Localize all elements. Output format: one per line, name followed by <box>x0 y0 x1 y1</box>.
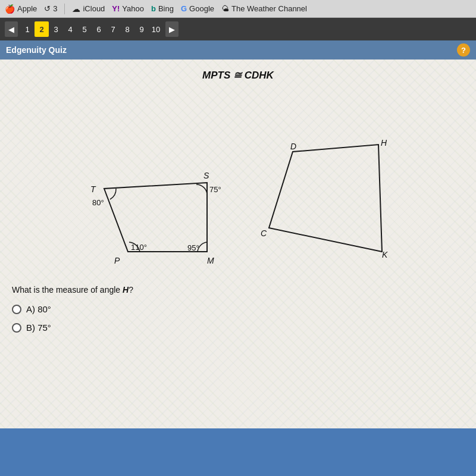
label-P: P <box>114 256 120 265</box>
icloud-icon: ☁ <box>72 4 80 14</box>
browser-toolbar: 🍎 Apple ↺ 3 ☁ iCloud Y! Yahoo b Bing G G… <box>0 0 476 18</box>
yahoo-icon: Y! <box>112 4 120 13</box>
page-10[interactable]: 10 <box>149 21 163 37</box>
radio-B[interactable] <box>12 323 21 333</box>
label-D: D <box>290 142 296 151</box>
angle-S: 75° <box>209 185 221 194</box>
weather-bookmark[interactable]: 🌤 The Weather Channel <box>221 4 307 13</box>
icloud-label: iCloud <box>83 4 105 13</box>
congruence-statement: MPTS ≅ CDHK <box>12 69 464 82</box>
label-K: K <box>382 250 388 259</box>
label-H: H <box>381 138 387 148</box>
yahoo-label: Yahoo <box>122 4 144 13</box>
icloud-bookmark[interactable]: ☁ iCloud <box>72 4 105 14</box>
google-bookmark[interactable]: G Google <box>181 4 214 13</box>
bing-bookmark[interactable]: b Bing <box>151 4 174 13</box>
svg-marker-0 <box>104 183 207 252</box>
label-C: C <box>261 228 267 238</box>
next-page-button[interactable]: ▶ <box>165 21 178 37</box>
label-S: S <box>203 171 209 180</box>
page-number-list: 1 2 3 4 5 6 7 8 9 10 <box>20 21 163 37</box>
bing-label: Bing <box>158 4 174 13</box>
page-8[interactable]: 8 <box>120 21 134 37</box>
answer-A-label: A) 80° <box>26 304 51 314</box>
refresh-count: 3 <box>53 4 57 13</box>
toolbar-divider-1 <box>64 4 65 14</box>
weather-label: The Weather Channel <box>231 4 307 13</box>
page-3[interactable]: 3 <box>49 21 63 37</box>
prev-page-button[interactable]: ◀ <box>5 21 18 37</box>
page-6[interactable]: 6 <box>92 21 106 37</box>
google-label: Google <box>189 4 214 13</box>
page-4[interactable]: 4 <box>63 21 77 37</box>
svg-marker-1 <box>269 145 382 252</box>
angle-M: 95° <box>187 243 199 252</box>
apple-icon: 🍎 <box>5 4 15 14</box>
question-variable: H <box>123 285 129 295</box>
label-M: M <box>207 256 214 265</box>
page-9[interactable]: 9 <box>134 21 149 37</box>
refresh-item[interactable]: ↺ 3 <box>44 4 57 13</box>
quiz-title: Edgenuity Quiz <box>6 45 67 55</box>
apple-bookmark[interactable]: 🍎 Apple <box>5 4 37 14</box>
apple-label: Apple <box>17 4 37 13</box>
answer-option-A[interactable]: A) 80° <box>12 304 464 314</box>
bing-icon: b <box>151 4 156 13</box>
radio-A[interactable] <box>12 305 21 314</box>
diagram-area: T 80° S 75° P 110° M 95° C D H K <box>12 92 464 277</box>
bottom-blue-bar <box>0 428 476 464</box>
geometry-diagram: T 80° S 75° P 110° M 95° C D H K <box>71 92 405 277</box>
page-7[interactable]: 7 <box>106 21 120 37</box>
refresh-icon: ↺ <box>44 4 51 13</box>
angle-P: 110° <box>131 243 147 252</box>
quiz-header: Edgenuity Quiz ? <box>0 40 476 60</box>
page-2[interactable]: 2 <box>35 21 49 37</box>
answer-B-label: B) 75° <box>26 322 51 333</box>
question-text: What is the measure of angle H? <box>12 285 464 295</box>
angle-T: 80° <box>92 198 104 207</box>
yahoo-bookmark[interactable]: Y! Yahoo <box>112 4 144 13</box>
google-icon: G <box>181 4 187 13</box>
page-navigation: ◀ 1 2 3 4 5 6 7 8 9 10 ▶ <box>0 18 476 40</box>
answer-option-B[interactable]: B) 75° <box>12 322 464 333</box>
quiz-content: MPTS ≅ CDHK T 80° S 75° P 110° M 95° <box>0 60 476 464</box>
page-5[interactable]: 5 <box>77 21 92 37</box>
label-T: T <box>90 184 96 194</box>
weather-icon: 🌤 <box>221 4 229 13</box>
help-button[interactable]: ? <box>457 43 470 57</box>
page-1[interactable]: 1 <box>20 21 35 37</box>
